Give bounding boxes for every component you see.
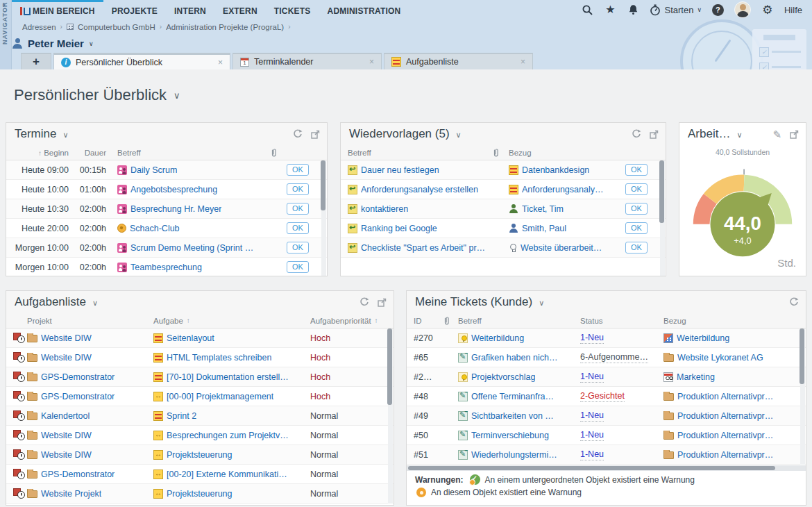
ok-button[interactable]: OK [287,261,309,273]
ticket-row[interactable]: #2… Projektvorschlag 1-Neu Marketing [407,367,806,387]
add-tab-button[interactable]: + [21,53,51,69]
breadcrumb-adressen[interactable]: Adressen [22,23,56,31]
ticket-status[interactable]: 2-Gesichtet [580,391,625,402]
refresh-icon[interactable] [360,297,369,307]
ok-button[interactable]: OK [287,183,309,195]
termine-row[interactable]: Heute 09:0000:15h Daily Scrum OK [6,160,327,180]
termine-row[interactable]: Heute 20:0002:00h Schach-Club OK [6,219,327,238]
ok-button[interactable]: OK [287,222,309,234]
ticket-row[interactable]: #65 Grafiken haben nich… 6-Aufgenomme… W… [407,348,806,367]
tab-terminkalender[interactable]: 1 Terminkalender × [232,53,382,69]
refresh-icon[interactable] [789,297,799,307]
menu-intern[interactable]: INTERN [166,0,214,19]
time-record-icon[interactable] [13,488,25,499]
ticket-row[interactable]: #50 Terminverschiebung 1-Neu Produktion … [407,426,806,445]
col-id[interactable]: ID [407,317,443,325]
time-record-icon[interactable] [13,449,25,460]
help-icon[interactable]: ? [712,4,724,16]
time-record-icon[interactable] [13,333,25,343]
aufgabe-row[interactable]: Website Projekt Projektsteuerung Normal [6,484,394,504]
col-bezug[interactable]: Bezug [509,149,625,157]
col-dauer[interactable]: Dauer [73,149,110,157]
termine-row[interactable]: Morgen 10:0002:00h Teambesprechung OK [6,258,327,276]
arbeit-title[interactable]: Arbeit…∨ [688,127,742,141]
horizontal-scrollbar[interactable] [407,465,806,471]
ticket-row[interactable]: #48 Offene Terminanfra… 2-Gesichtet Prod… [407,387,806,406]
ok-button[interactable]: OK [625,164,648,176]
refresh-icon[interactable] [293,129,303,139]
menu-tickets[interactable]: TICKETS [266,0,319,19]
aufgabe-row[interactable]: GPS-Demonstrator [00-20] Externe Kommuni… [6,465,394,484]
aufgabenliste-title[interactable]: Aufgabenliste∨ [15,295,98,309]
ticket-row[interactable]: #51 Wiederholungstermi… 1-Neu Produktion… [407,445,806,465]
notifications-bell-icon[interactable] [627,3,639,16]
edit-pencil-icon[interactable]: ✎ [772,129,781,140]
scrollbar[interactable] [660,160,665,276]
open-in-window-icon[interactable] [790,130,799,139]
ok-button[interactable]: OK [625,242,648,254]
page-title[interactable]: Persönlicher Überblick ∨ [14,86,806,104]
termine-title[interactable]: Termine∨ [15,127,69,141]
aufgabe-row[interactable]: GPS-Demonstrator [00-00] Projektmanageme… [6,387,394,406]
aufgabe-row[interactable]: Website DIW Besprechungen zum Projektv… … [6,426,394,445]
current-user-name[interactable]: Peter Meier [28,38,84,49]
aufgabe-row[interactable]: Website DIW HTML Templates schreiben Hoc… [6,348,394,367]
time-record-start-button[interactable]: Starten ∨ [650,4,702,16]
col-beginn[interactable]: ↑ Beginn [6,149,73,157]
refresh-icon[interactable] [632,129,641,139]
open-in-window-icon[interactable] [650,130,659,139]
time-record-icon[interactable] [13,469,25,479]
termine-row[interactable]: Morgen 10:0002:00h Scrum Demo Meeting (S… [6,238,327,258]
paperclip-icon[interactable] [443,316,458,326]
ticket-status[interactable]: 1-Neu [580,430,604,441]
close-icon[interactable]: × [521,57,525,67]
col-projekt[interactable]: Projekt [27,317,153,325]
termine-row[interactable]: Heute 10:3002:00h Besprechung Hr. Meyer … [6,199,327,219]
wiedervorlage-row[interactable]: Checkliste "Spart es Arbeit" pr… Website… [341,238,666,258]
menu-mein-bereich[interactable]: MEIN BEREICH [12,0,103,19]
tickets-title[interactable]: Meine Tickets (Kunde)∨ [415,295,544,309]
ok-button[interactable]: OK [287,203,309,215]
aufgabe-row[interactable]: Website DIW Seitenlayout Hoch [6,329,394,348]
menu-administration[interactable]: ADMINISTRATION [319,0,409,19]
col-status[interactable]: Status [580,317,663,325]
aufgabe-row[interactable]: Website DIW Projektsteuerung Normal [6,445,394,465]
chevron-down-icon[interactable]: ∨ [89,40,94,47]
tab-persoenlicher-ueberblick[interactable]: i Persönlicher Überblick × [53,53,230,69]
menu-extern[interactable]: EXTERN [214,0,266,19]
settings-gear-icon[interactable]: ⚙ [761,3,774,16]
col-aufgabe[interactable]: Aufgabe ↑ [153,317,310,325]
wiedervorlage-row[interactable]: Anforderungsanalyse erstellen Anforderun… [341,180,666,199]
breadcrumb-project[interactable]: Administration Projekte (PrograL) [166,23,284,31]
ticket-row[interactable]: #270 Weiterbildung 1-Neu Weiterbildung [407,329,806,348]
ok-button[interactable]: OK [625,222,648,234]
wiedervorlagen-title[interactable]: Wiedervorlagen (5)∨ [349,127,462,141]
col-betreff[interactable]: Betreff [458,317,580,325]
col-betreff[interactable]: Betreff [341,149,492,157]
aufgabe-row[interactable]: Kalendertool Sprint 2 Normal [6,406,394,426]
wiedervorlage-row[interactable]: kontaktieren Ticket, Tim OK [341,199,666,219]
paperclip-icon[interactable] [270,148,287,158]
open-in-window-icon[interactable] [311,130,320,139]
aufgabe-row[interactable]: GPS-Demonstrator [70-10] Dokumentation e… [6,367,394,387]
wiedervorlage-row[interactable]: Dauer neu festlegen Datenbankdesign OK [341,160,666,180]
ticket-status[interactable]: 1-Neu [580,333,604,344]
scrollbar[interactable] [321,160,326,276]
close-icon[interactable]: × [218,58,223,67]
time-record-icon[interactable] [13,430,25,440]
favorites-star-icon[interactable]: ★ [604,3,616,16]
col-aufgabenprioritaet[interactable]: Aufgabenpriorität ↑ [310,317,388,325]
time-record-icon[interactable] [13,372,25,382]
ticket-status[interactable]: 1-Neu [580,372,604,383]
ok-button[interactable]: OK [625,183,648,195]
search-icon[interactable] [581,3,593,16]
ticket-status[interactable]: 1-Neu [580,410,604,422]
paperclip-icon[interactable] [492,148,509,158]
ok-button[interactable]: OK [287,242,309,254]
ok-button[interactable]: OK [287,164,309,176]
ticket-row[interactable]: #49 Sichtbarkeiten von … 1-Neu Produktio… [407,406,806,426]
breadcrumb-company[interactable]: Computerbuch GmbH [78,23,155,31]
scrollbar[interactable] [800,329,805,465]
time-record-icon[interactable] [13,410,25,421]
ticket-status[interactable]: 1-Neu [580,449,604,460]
